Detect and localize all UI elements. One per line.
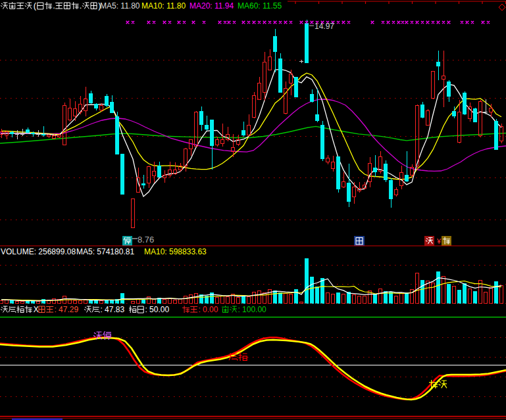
svg-text:.: . [80, 1, 82, 11]
svg-text:8.76: 8.76 [138, 235, 154, 245]
svg-text:14.97: 14.97 [315, 22, 334, 31]
svg-text:MA10: 11.80: MA10: 11.80 [141, 1, 186, 11]
svg-text:MA60: 11.55: MA60: 11.55 [238, 1, 282, 11]
svg-text:.: . [53, 1, 55, 11]
svg-text:MA5: 574180.81: MA5: 574180.81 [76, 247, 134, 256]
svg-text:: 0.00: : 0.00 [198, 305, 218, 314]
svg-text:MA5: 11.80: MA5: 11.80 [100, 1, 140, 11]
svg-text:X: X [34, 305, 39, 314]
svg-text:MA20: 11.94: MA20: 11.94 [190, 1, 234, 11]
svg-text:: 47.29: : 47.29 [54, 305, 78, 314]
svg-text:¥: ¥ [436, 237, 442, 245]
svg-text:: 100.00: : 100.00 [238, 305, 266, 314]
svg-text:VOLUME: 256899.08: VOLUME: 256899.08 [1, 247, 76, 256]
svg-text:MA10: 598833.63: MA10: 598833.63 [144, 247, 207, 256]
svg-text:: 50.00: : 50.00 [145, 305, 169, 314]
svg-text:(: ( [34, 1, 37, 11]
svg-text:: 47.83: : 47.83 [100, 305, 124, 314]
